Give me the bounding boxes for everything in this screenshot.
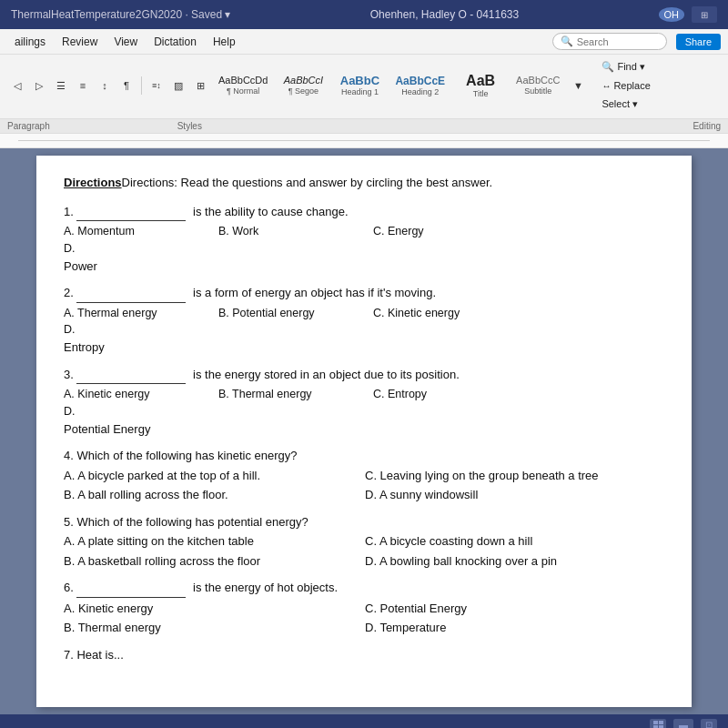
editing-section: 🔍 Find ▾ ↔ Replace Select ▾ (597, 58, 654, 113)
question-4-line: 4. Which of the following has kinetic en… (64, 447, 664, 465)
styles-section-label: Styles (177, 121, 202, 131)
q3-a: A. Kinetic energy (64, 386, 209, 403)
menu-dictation[interactable]: Dictation (147, 32, 204, 52)
style-heading1[interactable]: AaBbC Heading 1 (332, 71, 387, 101)
q3-c: C. Entropy (373, 386, 519, 403)
replace-icon: ↔ (602, 81, 611, 91)
paragraph-formatting: ◁ ▷ ☰ ≡ ↕ ¶ ≡↕ ▨ ⊞ (7, 76, 210, 95)
question-3-line: 3. is the energy stored in an object due… (64, 366, 664, 385)
q1-number: 1. (64, 205, 76, 218)
select-button[interactable]: Select ▾ (597, 96, 654, 113)
directions-block: DirectionsDirections: Read the questions… (64, 174, 664, 192)
q3-d: D. (64, 403, 209, 420)
user-name: Ohenhen, Hadley O - 0411633 (370, 8, 519, 21)
sort-button[interactable]: ↕ (95, 76, 115, 95)
q2-b: B. Potential energy (218, 305, 364, 322)
q1-c: C. Energy (373, 223, 519, 240)
style-subtitle[interactable]: AaBbCcC Subtitle (510, 71, 566, 101)
section-labels: Paragraph Styles Editing (0, 119, 728, 134)
indent-increase-button[interactable]: ▷ (29, 76, 49, 95)
q6-answers: A. Kinetic energy C. Potential Energy B.… (64, 600, 664, 637)
q2-extra: Entropy (64, 339, 664, 357)
view-icon-3[interactable]: ⊡ (701, 719, 717, 728)
style-segoe-label: ¶ Segoe (288, 86, 318, 96)
q3-blank (76, 366, 186, 385)
ribbon: ◁ ▷ ☰ ≡ ↕ ¶ ≡↕ ▨ ⊞ AaBbCcDd ¶ Normal AaB… (0, 55, 728, 119)
title-bar-controls: OH ⊞ (659, 6, 718, 23)
view-icon-1[interactable] (650, 719, 666, 728)
style-segoe[interactable]: AaBbCcI ¶ Segoe (276, 71, 330, 101)
q4-answers: A. A bicycle parked at the top of a hill… (64, 467, 664, 504)
q1-extra: Power (64, 258, 664, 276)
menu-bar: ailings Review View Dictation Help 🔍 Sha… (0, 29, 728, 55)
q3-number: 3. (64, 368, 76, 381)
maximize-button[interactable]: ⊞ (692, 6, 717, 23)
styles-expand-button[interactable]: ▼ (568, 76, 588, 95)
q5-number: 5. Which of the following has potential … (64, 515, 308, 529)
menu-mailings[interactable]: ailings (7, 32, 53, 52)
shading-button[interactable]: ▨ (168, 76, 188, 95)
q5-c: C. A bicycle coasting down a hill (365, 532, 664, 551)
find-button[interactable]: 🔍 Find ▾ (597, 58, 654, 76)
q2-number: 2. (64, 286, 76, 299)
q1-b: B. Work (218, 223, 364, 240)
q6-number: 6. (64, 581, 76, 594)
style-subtitle-label: Subtitle (524, 86, 551, 96)
directions-text: Directions: Read the questions and answe… (122, 176, 493, 189)
style-normal-label: ¶ Normal (227, 86, 259, 96)
border-button[interactable]: ⊞ (190, 76, 210, 95)
menu-view[interactable]: View (106, 32, 145, 52)
style-subtitle-preview: AaBbCcC (516, 76, 560, 86)
document-page[interactable]: DirectionsDirections: Read the questions… (36, 156, 692, 707)
q5-answers: A. A plate sitting on the kitchen table … (64, 532, 664, 570)
share-button[interactable]: Share (676, 34, 721, 50)
style-title[interactable]: AaB Title (453, 71, 508, 101)
q1-d: D. (64, 240, 209, 258)
ribbon-divider (141, 76, 142, 95)
question-1-line: 1. is the ability to cause change. (64, 203, 664, 222)
q5-a: A. A plate sitting on the kitchen table (64, 532, 363, 551)
search-box[interactable]: 🔍 (552, 33, 667, 50)
editing-section-label: Editing (693, 121, 721, 131)
question-7-line: 7. Heat is... (64, 646, 664, 664)
q1-blank (76, 203, 186, 222)
question-4: 4. Which of the following has kinetic en… (64, 447, 664, 504)
search-input[interactable] (577, 36, 659, 47)
question-1: 1. is the ability to cause change. A. Mo… (64, 203, 664, 276)
ruler (0, 134, 728, 148)
justify-button[interactable]: ≡ (73, 76, 93, 95)
question-3: 3. is the energy stored in an object due… (64, 366, 664, 439)
indent-decrease-button[interactable]: ◁ (7, 76, 27, 95)
menu-review[interactable]: Review (55, 32, 105, 52)
pilcrow-button[interactable]: ¶ (116, 76, 136, 95)
style-heading2[interactable]: AaBbCcE Heading 2 (389, 71, 451, 101)
question-5-line: 5. Which of the following has potential … (64, 513, 664, 531)
style-segoe-preview: AaBbCcI (284, 76, 323, 86)
menu-help[interactable]: Help (206, 32, 243, 52)
q6-d: D. Temperature (365, 619, 664, 637)
question-2-line: 2. is a form of energy an object has if … (64, 284, 664, 303)
view-icon-2[interactable]: ▬ (673, 719, 693, 728)
q6-a: A. Kinetic energy (64, 600, 363, 618)
align-center-button[interactable]: ☰ (51, 76, 71, 95)
q2-c: C. Kinetic energy (373, 305, 519, 322)
q3-b: B. Thermal energy (218, 386, 364, 403)
q3-text: is the energy stored in an object due to… (189, 368, 459, 381)
paragraph-section-label: Paragraph (7, 121, 50, 131)
q4-c: C. Leaving lying on the group beneath a … (365, 467, 664, 485)
replace-button[interactable]: ↔ Replace (597, 77, 654, 94)
style-heading1-preview: AaBbC (340, 75, 379, 86)
style-heading1-label: Heading 1 (341, 87, 379, 96)
question-6-line: 6. is the energy of hot objects. (64, 579, 664, 598)
directions-label: Directions (64, 176, 122, 189)
q6-blank (76, 579, 186, 598)
q5-d: D. A bowling ball knocking over a pin (365, 552, 664, 571)
style-heading2-label: Heading 2 (401, 87, 439, 96)
question-7-partial: 7. Heat is... (64, 646, 664, 664)
style-normal[interactable]: AaBbCcDd ¶ Normal (212, 71, 274, 101)
q3-extra: Potential Energy (64, 420, 664, 439)
replace-label: Replace (613, 80, 650, 91)
line-spacing-button[interactable]: ≡↕ (147, 76, 167, 95)
q4-d: D. A sunny windowsill (365, 486, 664, 504)
q2-blank (76, 284, 186, 303)
